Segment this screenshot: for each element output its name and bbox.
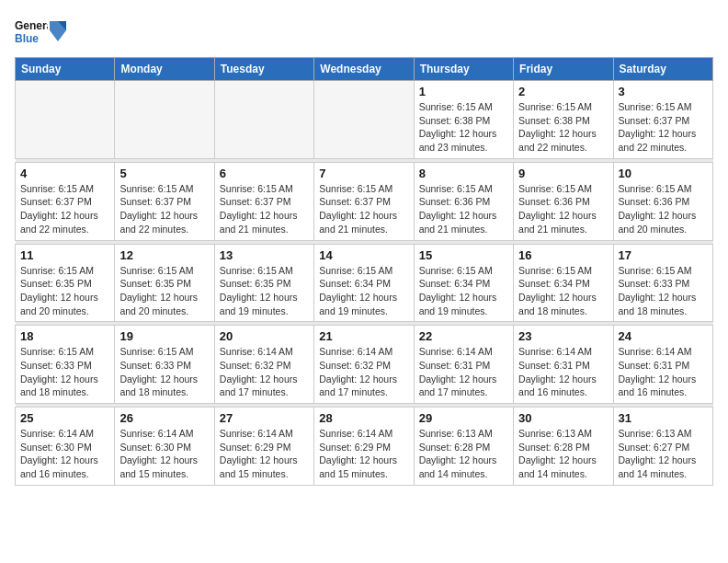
calendar-week-row: 1Sunrise: 6:15 AM Sunset: 6:38 PM Daylig… [16, 81, 713, 159]
day-info: Sunrise: 6:14 AM Sunset: 6:29 PM Dayligh… [220, 427, 309, 481]
day-info: Sunrise: 6:15 AM Sunset: 6:35 PM Dayligh… [220, 264, 309, 318]
day-number: 3 [619, 85, 708, 98]
day-number: 17 [619, 248, 708, 262]
day-info: Sunrise: 6:15 AM Sunset: 6:36 PM Dayligh… [619, 182, 708, 236]
calendar-cell: 11Sunrise: 6:15 AM Sunset: 6:35 PM Dayli… [16, 244, 115, 322]
calendar-cell: 31Sunrise: 6:13 AM Sunset: 6:27 PM Dayli… [613, 408, 712, 486]
day-number: 25 [20, 411, 109, 425]
day-number: 30 [518, 411, 608, 425]
day-info: Sunrise: 6:13 AM Sunset: 6:28 PM Dayligh… [419, 427, 508, 481]
calendar-cell: 29Sunrise: 6:13 AM Sunset: 6:28 PM Dayli… [414, 408, 513, 486]
day-info: Sunrise: 6:15 AM Sunset: 6:33 PM Dayligh… [119, 345, 209, 399]
calendar-cell: 15Sunrise: 6:15 AM Sunset: 6:34 PM Dayli… [414, 244, 513, 322]
calendar-cell: 9Sunrise: 6:15 AM Sunset: 6:36 PM Daylig… [514, 162, 613, 240]
calendar-cell: 12Sunrise: 6:15 AM Sunset: 6:35 PM Dayli… [115, 244, 214, 322]
day-number: 12 [119, 248, 209, 262]
day-number: 23 [518, 329, 608, 343]
calendar-cell [115, 81, 214, 159]
svg-text:General: General [15, 19, 48, 32]
day-info: Sunrise: 6:13 AM Sunset: 6:27 PM Dayligh… [619, 427, 708, 481]
day-number: 21 [319, 329, 408, 343]
day-number: 27 [220, 411, 309, 425]
weekday-header-thursday: Thursday [414, 58, 513, 81]
day-info: Sunrise: 6:14 AM Sunset: 6:32 PM Dayligh… [319, 345, 408, 399]
calendar-week-row: 4Sunrise: 6:15 AM Sunset: 6:37 PM Daylig… [16, 162, 713, 240]
header: General Blue [15, 15, 713, 48]
logo: General Blue [15, 15, 66, 48]
day-number: 13 [220, 248, 309, 262]
day-number: 24 [619, 329, 708, 343]
calendar-cell [214, 81, 313, 159]
calendar-cell: 16Sunrise: 6:15 AM Sunset: 6:34 PM Dayli… [514, 244, 613, 322]
day-info: Sunrise: 6:13 AM Sunset: 6:28 PM Dayligh… [518, 427, 608, 481]
day-info: Sunrise: 6:15 AM Sunset: 6:38 PM Dayligh… [518, 100, 608, 155]
day-number: 5 [119, 167, 209, 180]
day-number: 22 [419, 329, 508, 343]
day-info: Sunrise: 6:14 AM Sunset: 6:31 PM Dayligh… [518, 345, 608, 399]
calendar-cell: 19Sunrise: 6:15 AM Sunset: 6:33 PM Dayli… [115, 326, 214, 404]
day-number: 19 [119, 329, 209, 343]
day-info: Sunrise: 6:15 AM Sunset: 6:34 PM Dayligh… [319, 264, 408, 318]
day-number: 2 [518, 85, 608, 98]
logo-arrow-icon [50, 21, 66, 41]
calendar-week-row: 18Sunrise: 6:15 AM Sunset: 6:33 PM Dayli… [16, 326, 713, 404]
day-info: Sunrise: 6:15 AM Sunset: 6:37 PM Dayligh… [319, 182, 408, 236]
day-number: 1 [419, 85, 508, 98]
calendar-cell: 17Sunrise: 6:15 AM Sunset: 6:33 PM Dayli… [613, 244, 712, 322]
weekday-header-friday: Friday [514, 58, 613, 81]
svg-text:Blue: Blue [15, 32, 39, 45]
calendar-cell: 28Sunrise: 6:14 AM Sunset: 6:29 PM Dayli… [314, 408, 414, 486]
day-number: 29 [419, 411, 508, 425]
day-number: 15 [419, 248, 508, 262]
day-info: Sunrise: 6:15 AM Sunset: 6:36 PM Dayligh… [518, 182, 608, 236]
calendar-cell: 3Sunrise: 6:15 AM Sunset: 6:37 PM Daylig… [613, 81, 712, 159]
day-number: 16 [518, 248, 608, 262]
calendar-cell: 22Sunrise: 6:14 AM Sunset: 6:31 PM Dayli… [414, 326, 513, 404]
calendar-cell: 8Sunrise: 6:15 AM Sunset: 6:36 PM Daylig… [414, 162, 513, 240]
calendar-cell: 1Sunrise: 6:15 AM Sunset: 6:38 PM Daylig… [414, 81, 513, 159]
calendar-cell: 20Sunrise: 6:14 AM Sunset: 6:32 PM Dayli… [214, 326, 313, 404]
day-number: 14 [319, 248, 408, 262]
calendar-cell [314, 81, 414, 159]
day-info: Sunrise: 6:15 AM Sunset: 6:35 PM Dayligh… [20, 264, 109, 318]
weekday-header-saturday: Saturday [613, 58, 712, 81]
day-info: Sunrise: 6:15 AM Sunset: 6:36 PM Dayligh… [419, 182, 508, 236]
calendar-table: SundayMondayTuesdayWednesdayThursdayFrid… [15, 57, 713, 486]
calendar-cell: 5Sunrise: 6:15 AM Sunset: 6:37 PM Daylig… [115, 162, 214, 240]
day-info: Sunrise: 6:15 AM Sunset: 6:37 PM Dayligh… [619, 100, 708, 155]
day-number: 6 [220, 167, 309, 180]
weekday-header-sunday: Sunday [16, 58, 115, 81]
day-number: 26 [119, 411, 209, 425]
day-number: 9 [518, 167, 608, 180]
day-info: Sunrise: 6:15 AM Sunset: 6:35 PM Dayligh… [119, 264, 209, 318]
day-info: Sunrise: 6:15 AM Sunset: 6:37 PM Dayligh… [119, 182, 209, 236]
day-number: 8 [419, 167, 508, 180]
calendar-cell: 10Sunrise: 6:15 AM Sunset: 6:36 PM Dayli… [613, 162, 712, 240]
day-info: Sunrise: 6:15 AM Sunset: 6:37 PM Dayligh… [220, 182, 309, 236]
logo-svg: General Blue [15, 15, 48, 48]
calendar-cell: 6Sunrise: 6:15 AM Sunset: 6:37 PM Daylig… [214, 162, 313, 240]
calendar-cell: 30Sunrise: 6:13 AM Sunset: 6:28 PM Dayli… [514, 408, 613, 486]
weekday-header-monday: Monday [115, 58, 214, 81]
calendar-week-row: 25Sunrise: 6:14 AM Sunset: 6:30 PM Dayli… [16, 408, 713, 486]
day-info: Sunrise: 6:14 AM Sunset: 6:31 PM Dayligh… [419, 345, 508, 399]
day-number: 4 [20, 167, 109, 180]
day-info: Sunrise: 6:15 AM Sunset: 6:33 PM Dayligh… [619, 264, 708, 318]
day-number: 31 [619, 411, 708, 425]
calendar-cell: 24Sunrise: 6:14 AM Sunset: 6:31 PM Dayli… [613, 326, 712, 404]
calendar-cell: 2Sunrise: 6:15 AM Sunset: 6:38 PM Daylig… [514, 81, 613, 159]
calendar-cell: 26Sunrise: 6:14 AM Sunset: 6:30 PM Dayli… [115, 408, 214, 486]
day-number: 28 [319, 411, 408, 425]
day-info: Sunrise: 6:15 AM Sunset: 6:34 PM Dayligh… [419, 264, 508, 318]
day-number: 11 [20, 248, 109, 262]
weekday-header-tuesday: Tuesday [214, 58, 313, 81]
day-number: 10 [619, 167, 708, 180]
day-info: Sunrise: 6:15 AM Sunset: 6:33 PM Dayligh… [20, 345, 109, 399]
day-number: 7 [319, 167, 408, 180]
calendar-cell: 7Sunrise: 6:15 AM Sunset: 6:37 PM Daylig… [314, 162, 414, 240]
day-info: Sunrise: 6:15 AM Sunset: 6:38 PM Dayligh… [419, 100, 508, 155]
calendar-cell [16, 81, 115, 159]
day-number: 18 [20, 329, 109, 343]
calendar-cell: 21Sunrise: 6:14 AM Sunset: 6:32 PM Dayli… [314, 326, 414, 404]
calendar-cell: 27Sunrise: 6:14 AM Sunset: 6:29 PM Dayli… [214, 408, 313, 486]
